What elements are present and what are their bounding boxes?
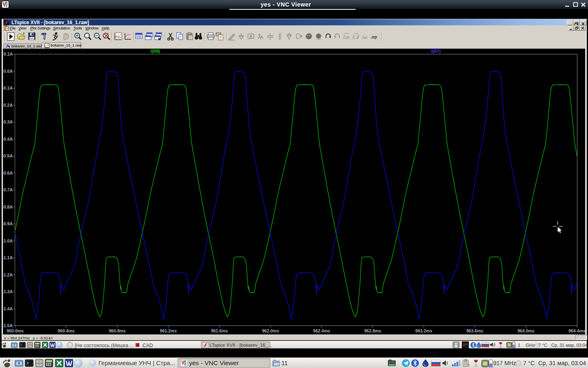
svg-text:964.0ms: 964.0ms bbox=[517, 328, 535, 333]
svg-text:960.0ms: 960.0ms bbox=[7, 328, 24, 333]
svg-text:964.4ms: 964.4ms bbox=[568, 328, 585, 333]
svg-text:I(R7): I(R7) bbox=[431, 49, 441, 54]
svg-text:0.1A: 0.1A bbox=[4, 52, 13, 56]
svg-text:V: V bbox=[462, 342, 466, 348]
svg-text:Aa: Aa bbox=[361, 34, 368, 40]
svg-text:-0.7A: -0.7A bbox=[2, 187, 13, 192]
svg-text:E∃: E∃ bbox=[352, 34, 359, 40]
svg-text:962.4ms: 962.4ms bbox=[313, 328, 330, 333]
svg-text:-0.3A: -0.3A bbox=[2, 119, 13, 124]
svg-text:c: c bbox=[466, 345, 468, 348]
svg-text:962.0ms: 962.0ms bbox=[262, 328, 279, 333]
svg-text:-0.4A: -0.4A bbox=[2, 137, 13, 141]
svg-text:I(R8): I(R8) bbox=[151, 49, 160, 54]
svg-text:-0.5A: -0.5A bbox=[2, 153, 13, 158]
svg-text:963.6ms: 963.6ms bbox=[466, 328, 483, 333]
svg-text:0.0A: 0.0A bbox=[4, 69, 13, 74]
svg-text:-1.2A: -1.2A bbox=[2, 272, 13, 277]
svg-text:-0.2A: -0.2A bbox=[2, 103, 13, 108]
svg-text:962.8ms: 962.8ms bbox=[364, 328, 381, 333]
svg-text:-1.4A: -1.4A bbox=[2, 306, 13, 311]
svg-text:-1.0A: -1.0A bbox=[2, 238, 13, 243]
svg-text:-0.1A: -0.1A bbox=[2, 85, 13, 90]
svg-text:961.2ms: 961.2ms bbox=[160, 328, 177, 333]
svg-text:963.2ms: 963.2ms bbox=[415, 328, 432, 333]
svg-text:-1.3A: -1.3A bbox=[2, 289, 13, 294]
svg-text:-0.6A: -0.6A bbox=[2, 171, 13, 175]
svg-text:Em: Em bbox=[343, 34, 350, 40]
svg-text:-0.9A: -0.9A bbox=[2, 221, 13, 226]
svg-text:-0.8A: -0.8A bbox=[2, 204, 13, 209]
svg-text:960.4ms: 960.4ms bbox=[58, 328, 75, 333]
svg-text:960.8ms: 960.8ms bbox=[109, 328, 126, 333]
svg-text:961.6ms: 961.6ms bbox=[211, 328, 228, 333]
svg-text:-1.5A: -1.5A bbox=[2, 323, 13, 328]
svg-text:.op: .op bbox=[370, 34, 377, 39]
svg-text:-1.1A: -1.1A bbox=[2, 255, 13, 260]
